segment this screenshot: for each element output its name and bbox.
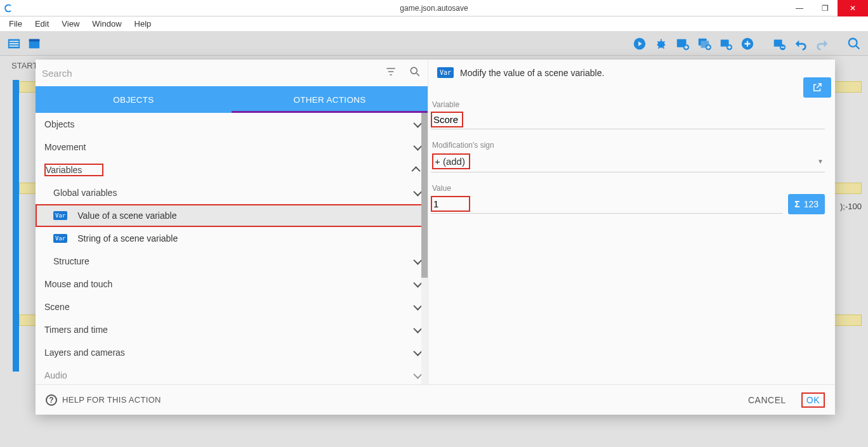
- svg-point-19: [411, 67, 417, 74]
- scrollbar-thumb[interactable]: [421, 113, 428, 278]
- cat-layers-cameras[interactable]: Layers and cameras: [36, 341, 428, 364]
- sign-select[interactable]: + (add) ▼: [431, 151, 825, 172]
- tab-other-actions[interactable]: OTHER ACTIONS: [232, 86, 428, 113]
- dialog-footer: ? HELP FOR THIS ACTION CANCEL OK: [36, 384, 835, 415]
- window-minimize-button[interactable]: —: [787, 0, 812, 16]
- cat-objects[interactable]: Objects: [36, 113, 428, 136]
- cancel-button[interactable]: CANCEL: [748, 395, 786, 405]
- chevron-down-icon: [414, 325, 420, 335]
- action-description: Modify the value of a scene variable.: [460, 68, 604, 78]
- open-external-button[interactable]: [803, 77, 831, 98]
- cat-global-variables[interactable]: Global variables: [36, 181, 428, 204]
- cat-variables[interactable]: Variables: [36, 159, 428, 181]
- action-left-pane: OBJECTS OTHER ACTIONS Objects Movement V…: [36, 60, 428, 384]
- menu-file[interactable]: File: [3, 18, 29, 30]
- chevron-down-icon: [414, 256, 420, 266]
- window-maximize-button[interactable]: ❐: [812, 0, 838, 16]
- window-close-button[interactable]: ✕: [838, 0, 868, 16]
- action-dialog: OBJECTS OTHER ACTIONS Objects Movement V…: [36, 60, 835, 415]
- title-bar: game.json.autosave — ❐ ✕: [0, 0, 868, 16]
- chevron-up-icon: [414, 165, 420, 175]
- menu-view[interactable]: View: [55, 18, 86, 30]
- chevron-down-icon: [414, 279, 420, 289]
- var-badge-icon: Var: [437, 67, 454, 78]
- cat-movement[interactable]: Movement: [36, 136, 428, 159]
- tab-objects[interactable]: OBJECTS: [36, 86, 232, 113]
- chevron-down-icon: [414, 370, 420, 380]
- filter-icon[interactable]: [385, 65, 397, 81]
- cat-timers[interactable]: Timers and time: [36, 318, 428, 341]
- action-right-pane: Var Modify the value of a scene variable…: [428, 60, 835, 384]
- sign-field-label: Modification's sign: [431, 141, 825, 150]
- variable-field-label: Variable: [431, 100, 825, 109]
- category-list[interactable]: Objects Movement Variables Global variab…: [36, 113, 428, 384]
- chevron-down-icon: [414, 119, 420, 129]
- var-badge-icon: Var: [53, 234, 67, 243]
- help-icon: ?: [46, 394, 57, 406]
- expression-button[interactable]: Σ 123: [788, 194, 825, 214]
- action-value-of-scene-variable[interactable]: VarValue of a scene variable: [36, 204, 428, 227]
- chevron-down-icon: [414, 347, 420, 358]
- cat-scene[interactable]: Scene: [36, 295, 428, 318]
- chevron-down-icon: ▼: [817, 158, 824, 165]
- ok-button[interactable]: OK: [801, 392, 825, 408]
- menu-window[interactable]: Window: [86, 18, 128, 30]
- chevron-down-icon: [414, 302, 420, 312]
- help-link[interactable]: ? HELP FOR THIS ACTION: [46, 394, 161, 406]
- value-field-value[interactable]: 1: [431, 196, 470, 212]
- chevron-down-icon: [414, 142, 420, 152]
- cat-structure[interactable]: Structure: [36, 250, 428, 273]
- menu-bar: File Edit View Window Help: [0, 16, 868, 32]
- cat-mouse-touch[interactable]: Mouse and touch: [36, 273, 428, 295]
- window-title: game.json.autosave: [400, 4, 468, 13]
- chevron-down-icon: [414, 188, 420, 198]
- search-input[interactable]: [42, 65, 385, 81]
- app-icon: [0, 0, 16, 16]
- menu-edit[interactable]: Edit: [29, 18, 55, 30]
- menu-help[interactable]: Help: [128, 18, 158, 30]
- action-string-of-scene-variable[interactable]: VarString of a scene variable: [36, 227, 428, 250]
- search-icon[interactable]: [409, 65, 421, 81]
- variable-field-value[interactable]: Score: [431, 112, 463, 127]
- value-field-label: Value: [431, 184, 825, 193]
- cat-audio[interactable]: Audio: [36, 364, 428, 384]
- var-badge-icon: Var: [53, 211, 67, 220]
